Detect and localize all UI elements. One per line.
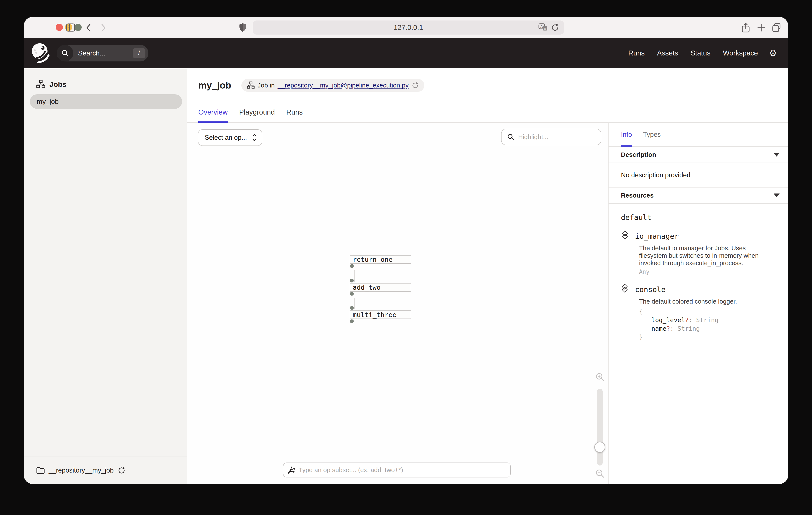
- edge-add-two-multi-three: [354, 298, 355, 309]
- main-area: my_job Job in __repository__my_job@pipel…: [187, 68, 788, 484]
- close-window-button[interactable]: [56, 24, 63, 31]
- op-graph-pane[interactable]: Select an op... return_one: [187, 123, 608, 484]
- field-optional: ?: [685, 316, 689, 324]
- output-port-dot: [350, 264, 354, 268]
- jobs-icon: [36, 80, 45, 89]
- field-sep: :: [689, 316, 692, 324]
- brace: {: [639, 308, 643, 315]
- repository-label: __repository__my_job: [49, 467, 114, 474]
- section-title: Description: [621, 151, 656, 158]
- sidebar-toggle-icon[interactable]: [66, 23, 76, 32]
- search-icon: [506, 133, 515, 141]
- op-subset-graph-icon: [287, 466, 296, 474]
- job-tabs: Overview Playground Runs: [187, 102, 788, 123]
- dagster-logo[interactable]: [31, 43, 52, 63]
- badge-repo-link[interactable]: __repository__my_job@pipeline_execution.…: [278, 82, 409, 89]
- field-sep: :: [670, 325, 674, 332]
- op-node-add-two[interactable]: add_two: [350, 283, 411, 292]
- search-placeholder: Search...: [78, 49, 133, 57]
- repo-reload-icon[interactable]: [117, 466, 125, 475]
- nav-workspace[interactable]: Workspace: [723, 49, 758, 57]
- output-port-dot: [350, 292, 354, 296]
- url-text: 127.0.0.1: [394, 24, 423, 32]
- zoom-out-icon[interactable]: [595, 469, 605, 479]
- tab-overview[interactable]: Overview: [198, 108, 228, 122]
- badge-reload-icon[interactable]: [411, 82, 419, 89]
- caret-updown-icon: [251, 133, 258, 142]
- op-node-label: return_one: [353, 255, 393, 263]
- sidebar-item-my-job[interactable]: my_job: [30, 94, 182, 109]
- op-node-return-one[interactable]: return_one: [350, 255, 411, 264]
- browser-toolbar: 127.0.0.1 A文: [24, 17, 788, 38]
- config-schema: { log_level?: String name?: String }: [639, 307, 780, 341]
- resource-description: The default colored console logger.: [639, 298, 774, 305]
- highlight-search-box[interactable]: [501, 129, 601, 145]
- input-port-dot: [350, 306, 354, 310]
- field-name: log_level: [651, 316, 685, 324]
- op-subset-box[interactable]: [283, 462, 511, 478]
- op-subset-input[interactable]: [299, 466, 506, 473]
- panel-tab-info[interactable]: Info: [621, 123, 632, 146]
- zoom-in-icon[interactable]: [595, 372, 605, 382]
- highlight-input[interactable]: [518, 133, 597, 141]
- brace: }: [639, 333, 643, 341]
- address-bar[interactable]: 127.0.0.1 A文: [253, 21, 564, 34]
- gear-icon[interactable]: ⚙: [769, 48, 777, 58]
- top-nav: Runs Assets Status Workspace: [628, 49, 758, 57]
- forward-button[interactable]: [99, 23, 108, 32]
- shield-icon[interactable]: [238, 23, 247, 32]
- op-selector-button[interactable]: Select an op...: [198, 129, 262, 146]
- job-graph-icon: [247, 81, 255, 89]
- sidebar-item-label: my_job: [37, 98, 59, 106]
- global-search-input[interactable]: Search... /: [57, 45, 148, 61]
- section-title: Resources: [621, 192, 654, 199]
- nav-status[interactable]: Status: [691, 49, 710, 57]
- search-icon: [57, 45, 74, 61]
- nav-assets[interactable]: Assets: [657, 49, 678, 57]
- field-name: name: [651, 325, 666, 332]
- share-icon[interactable]: [741, 23, 750, 33]
- collapse-arrow-icon: [774, 153, 780, 157]
- resources-section-header[interactable]: Resources: [609, 188, 788, 204]
- op-node-label: multi_three: [353, 311, 397, 319]
- resource-type: Any: [639, 268, 780, 275]
- folder-icon: [36, 467, 45, 474]
- op-node-multi-three[interactable]: multi_three: [350, 310, 411, 319]
- collapse-arrow-icon: [774, 193, 780, 197]
- description-body: No description provided: [621, 171, 691, 179]
- search-shortcut-badge: /: [133, 48, 145, 58]
- zoom-slider-knob[interactable]: [594, 442, 605, 453]
- panel-tabs: Info Types: [609, 123, 788, 147]
- nav-runs[interactable]: Runs: [628, 49, 645, 57]
- back-button[interactable]: [84, 23, 93, 32]
- new-tab-icon[interactable]: [757, 24, 765, 32]
- sidebar-title: Jobs: [50, 80, 66, 88]
- resource-icon: [621, 231, 630, 241]
- job-origin-badge: Job in __repository__my_job@pipeline_exe…: [241, 79, 424, 92]
- op-node-label: add_two: [353, 283, 381, 291]
- tab-runs[interactable]: Runs: [286, 108, 302, 122]
- resource-name: console: [635, 285, 666, 294]
- tab-playground[interactable]: Playground: [239, 108, 275, 122]
- browser-window: 127.0.0.1 A文: [24, 17, 788, 484]
- page-title: my_job: [198, 80, 231, 91]
- tab-overview-icon[interactable]: [772, 23, 782, 33]
- reload-icon[interactable]: [551, 23, 559, 32]
- zoom-window-button[interactable]: [75, 24, 82, 31]
- resource-name: io_manager: [635, 232, 679, 240]
- panel-tab-types[interactable]: Types: [643, 123, 661, 146]
- translate-icon[interactable]: A文: [539, 23, 548, 32]
- info-panel: Info Types Description No description pr…: [608, 123, 788, 484]
- op-selector-label: Select an op...: [205, 134, 248, 141]
- field-type: String: [696, 316, 719, 324]
- resource-io-manager: io_manager The default io manager for Jo…: [621, 231, 780, 275]
- resource-group-name: default: [621, 213, 780, 222]
- input-port-dot: [350, 279, 354, 282]
- repository-row[interactable]: __repository__my_job: [24, 457, 187, 484]
- field-type: String: [677, 325, 700, 332]
- resource-console: console The default colored console logg…: [621, 284, 780, 341]
- svg-text:A: A: [540, 25, 543, 29]
- app-header: Search... / Runs Assets Status Workspace…: [24, 38, 788, 68]
- description-section-header[interactable]: Description: [609, 147, 788, 163]
- zoom-slider-track[interactable]: [597, 389, 603, 465]
